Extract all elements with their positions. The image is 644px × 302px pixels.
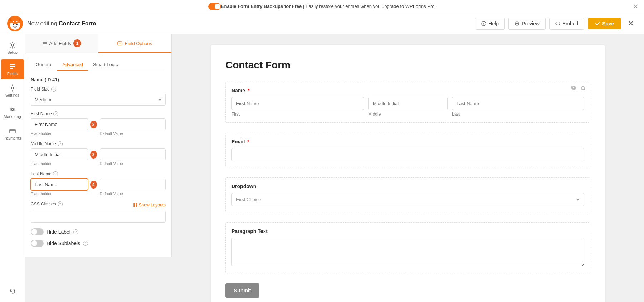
preview-icon [514, 21, 519, 26]
svg-rect-19 [10, 129, 15, 133]
name-first-col: First [231, 97, 364, 117]
preview-middle-name-input[interactable] [368, 97, 448, 110]
svg-point-17 [11, 87, 14, 89]
middle-name-default-group: Default Value [100, 148, 166, 166]
field-options-content: General Advanced Smart Logic Name (ID #1… [25, 53, 171, 257]
preview-first-name-input[interactable] [231, 97, 364, 110]
field-size-help-icon[interactable]: ? [51, 87, 56, 92]
hide-sublabels-toggle[interactable] [31, 240, 44, 247]
name-field-actions [570, 85, 587, 92]
preview-last-sublabel: Last [452, 112, 584, 117]
duplicate-icon [571, 86, 576, 91]
step-badge-2: 2 [90, 121, 97, 128]
preview-paragraph-textarea[interactable] [231, 238, 584, 266]
preview-button[interactable]: Preview [508, 18, 546, 30]
hide-sublabels-help-icon[interactable]: ? [83, 241, 88, 246]
name-field-label: Name * [231, 88, 584, 93]
first-name-default-input[interactable] [100, 118, 166, 130]
preview-email-field[interactable]: Email * [225, 133, 590, 167]
middle-name-group: Middle Name ? 3 Placeholder [31, 141, 166, 166]
embed-label: Embed [562, 21, 578, 26]
main-layout: Setup Fields Settings Marketing [0, 34, 644, 302]
field-section-title: Name (ID #1) [31, 77, 166, 82]
svg-rect-16 [10, 68, 13, 69]
last-name-placeholder-input[interactable] [31, 179, 88, 190]
sub-tab-smart-logic[interactable]: Smart Logic [88, 59, 123, 71]
undo-button[interactable] [1, 284, 24, 298]
help-button[interactable]: ? Help [475, 18, 505, 30]
editing-label: Now editing [27, 20, 57, 26]
svg-point-12 [516, 23, 518, 24]
sidebar-item-marketing[interactable]: Marketing [1, 102, 24, 122]
middle-name-inputs: 3 Placeholder Default Value [31, 148, 166, 166]
middle-name-placeholder-input[interactable] [31, 148, 88, 160]
sub-tab-advanced[interactable]: Advanced [57, 59, 88, 71]
notif-text: Enable Form Entry Backups for Free [221, 4, 302, 9]
sidebar-item-payments[interactable]: Payments [1, 124, 24, 144]
field-size-select[interactable]: Medium Small Large [31, 94, 166, 106]
add-fields-icon [42, 41, 47, 46]
preview-dropdown-select[interactable]: First Choice [231, 193, 584, 206]
close-button[interactable]: ✕ [625, 18, 637, 30]
help-icon: ? [481, 21, 486, 26]
sub-tab-general[interactable]: General [31, 59, 57, 71]
sidebar-item-fields[interactable]: Fields [1, 59, 24, 79]
fields-icon [9, 63, 16, 70]
field-options-tab-label: Field Options [125, 41, 152, 46]
first-name-placeholder-input[interactable] [31, 118, 88, 130]
last-name-help-icon[interactable]: ? [53, 171, 58, 176]
show-layouts-link[interactable]: Show Layouts [133, 203, 166, 208]
css-classes-help-icon[interactable]: ? [58, 201, 63, 206]
embed-icon [555, 21, 560, 26]
svg-point-5 [16, 24, 18, 25]
middle-name-default-input[interactable] [100, 148, 166, 160]
left-panel-wrapper: Add Fields 1 Field Options General Advan… [25, 34, 172, 302]
svg-text:?: ? [483, 23, 485, 26]
header-title: Now editing Contact Form [27, 20, 96, 27]
sidebar-label-setup: Setup [7, 50, 18, 54]
payments-icon [9, 127, 16, 135]
settings-icon [9, 84, 16, 92]
add-fields-tab-label: Add Fields [49, 41, 71, 46]
submit-button[interactable]: Submit [225, 283, 259, 298]
middle-name-placeholder-group: 3 Placeholder [31, 148, 97, 166]
name-duplicate-btn[interactable] [570, 85, 578, 92]
preview-dropdown-field[interactable]: Dropdown First Choice [225, 177, 590, 212]
hide-sublabels-row: Hide Sublabels ? [31, 240, 166, 247]
first-name-help-icon[interactable]: ? [53, 111, 58, 116]
preview-paragraph-field[interactable]: Paragraph Text [225, 222, 590, 273]
middle-name-default-label: Default Value [100, 161, 166, 166]
svg-point-13 [11, 44, 14, 46]
last-name-default-group: Default Value [100, 179, 166, 196]
field-options-tab[interactable]: Field Options [98, 34, 172, 53]
notif-toggle[interactable] [208, 3, 221, 10]
middle-name-help-icon[interactable]: ? [58, 141, 63, 146]
sidebar-item-settings[interactable]: Settings [1, 81, 24, 101]
header-left: Now editing Contact Form [7, 16, 96, 31]
first-name-default-group: Default Value [100, 118, 166, 136]
hide-label-help-icon[interactable]: ? [73, 229, 78, 234]
help-label: Help [488, 21, 499, 26]
add-fields-tab[interactable]: Add Fields 1 [25, 34, 98, 53]
svg-rect-27 [136, 203, 137, 205]
last-name-default-input[interactable] [100, 179, 166, 190]
hide-label-toggle[interactable] [31, 228, 44, 235]
save-button[interactable]: Save [588, 18, 621, 29]
form-preview: Contact Form [211, 45, 605, 302]
sidebar-label-marketing: Marketing [4, 115, 21, 119]
name-delete-btn[interactable] [579, 85, 587, 92]
notif-close-button[interactable]: ✕ [633, 3, 638, 10]
embed-button[interactable]: Embed [549, 18, 584, 30]
sidebar-label-payments: Payments [4, 136, 21, 140]
sidebar-item-setup[interactable]: Setup [1, 38, 24, 58]
sidebar-icons: Setup Fields Settings Marketing [0, 34, 25, 302]
email-field-label: Email * [231, 139, 584, 145]
preview-name-field[interactable]: Name * First Middle Last [225, 82, 590, 123]
email-required-star: * [247, 139, 249, 145]
step-badge-3: 3 [90, 151, 97, 159]
preview-last-name-input[interactable] [452, 97, 584, 110]
preview-email-input[interactable] [231, 148, 584, 161]
name-last-col: Last [452, 97, 584, 117]
css-classes-input[interactable] [31, 211, 166, 223]
svg-point-18 [11, 109, 13, 111]
